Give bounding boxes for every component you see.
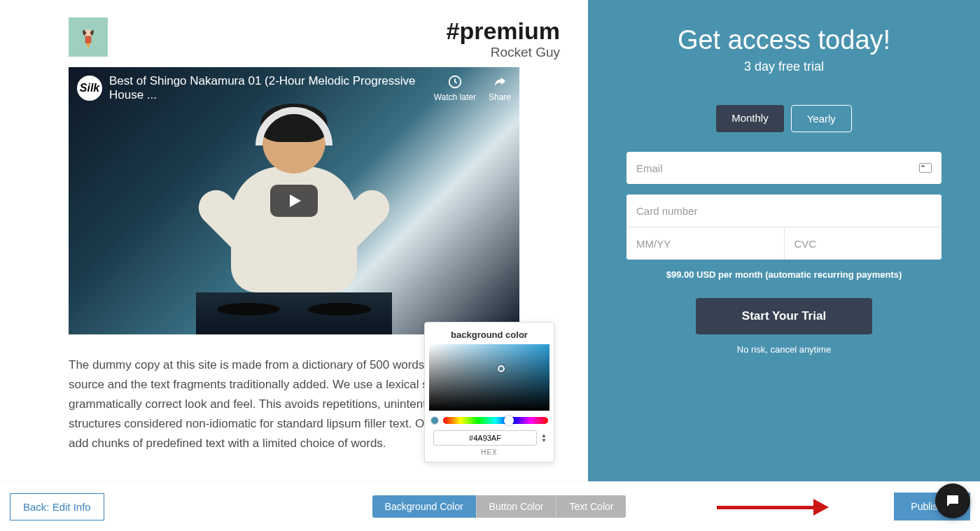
header-row: #premium Rocket Guy (69, 17, 560, 60)
watch-later-button[interactable]: Watch later (434, 74, 476, 102)
page-subtitle: Rocket Guy (447, 45, 561, 60)
chat-icon (944, 493, 961, 509)
signup-panel: Get access today! 3 day free trial Month… (588, 0, 980, 481)
color-picker-label: background color (425, 330, 554, 340)
seg-button-color[interactable]: Button Color (476, 495, 556, 518)
billing-toggle: Monthly Yearly (623, 105, 945, 132)
chat-widget[interactable] (935, 483, 970, 518)
seg-background-color[interactable]: Background Color (372, 495, 476, 518)
price-note: $99.00 USD per month (automatic recurrin… (626, 269, 941, 280)
signup-form: $99.00 USD per month (automatic recurrin… (626, 152, 941, 355)
avatar (69, 17, 108, 57)
email-field[interactable] (636, 162, 919, 174)
play-button[interactable] (270, 185, 318, 217)
cvc-field[interactable] (794, 238, 932, 250)
video-topbar: Silk Best of Shingo Nakamura 01 (2-Hour … (77, 74, 511, 102)
share-button[interactable]: Share (489, 74, 511, 102)
hex-input[interactable] (433, 430, 537, 446)
video-title[interactable]: Best of Shingo Nakamura 01 (2-Hour Melod… (109, 74, 434, 102)
hue-cursor[interactable] (504, 416, 514, 425)
page-title: #premium (447, 17, 561, 45)
contact-card-icon (919, 163, 932, 173)
clock-icon (447, 74, 463, 90)
monthly-button[interactable]: Monthly (716, 105, 784, 132)
bottom-bar: Back: Edit Info Background Color Button … (0, 481, 980, 531)
trial-subtitle: 3 day free trial (623, 59, 945, 74)
color-target-segmented: Background Color Button Color Text Color (372, 495, 626, 518)
hue-slider[interactable] (443, 417, 548, 424)
cta-title: Get access today! (623, 25, 945, 55)
risk-note: No risk, cancel anytime (626, 344, 941, 355)
start-trial-button[interactable]: Start Your Trial (696, 298, 872, 334)
saturation-cursor[interactable] (498, 365, 505, 372)
hex-spinner[interactable]: ▲▼ (541, 433, 547, 443)
channel-logo[interactable]: Silk (77, 76, 102, 101)
color-picker-popup[interactable]: background color ▲▼ HEX (424, 322, 554, 462)
card-number-field[interactable] (636, 205, 932, 217)
seg-text-color[interactable]: Text Color (556, 495, 626, 518)
email-row (626, 152, 941, 184)
yearly-button[interactable]: Yearly (791, 105, 852, 132)
card-group (626, 194, 941, 260)
rocket-icon (76, 24, 101, 50)
svg-rect-1 (85, 36, 92, 43)
hex-label: HEX (425, 448, 554, 456)
share-icon (492, 74, 507, 90)
annotation-arrow (717, 502, 829, 513)
saturation-panel[interactable] (429, 344, 550, 411)
video-player[interactable]: Silk Best of Shingo Nakamura 01 (2-Hour … (69, 67, 519, 334)
current-color-swatch (430, 416, 439, 425)
back-button[interactable]: Back: Edit Info (10, 493, 104, 521)
title-block: #premium Rocket Guy (447, 17, 561, 60)
expiry-field[interactable] (636, 238, 774, 250)
